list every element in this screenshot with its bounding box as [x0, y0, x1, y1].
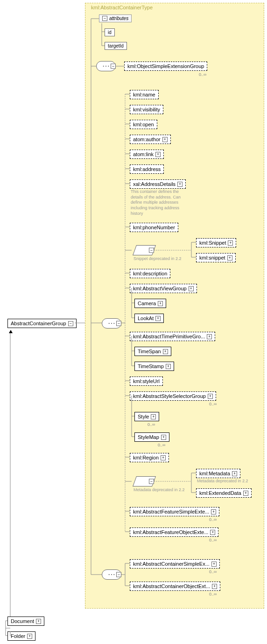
- cardinality: 0..∞: [209, 517, 217, 522]
- sequence-connector: −: [102, 569, 121, 580]
- cardinality: 0..∞: [209, 569, 217, 574]
- sequence-connector: −: [102, 318, 121, 329]
- minus-icon[interactable]: −: [68, 321, 73, 326]
- sequence-connector: −: [96, 61, 116, 71]
- minus-icon[interactable]: −: [149, 248, 154, 253]
- elem-visibility: kml:visibility: [130, 105, 163, 114]
- subst-folder: Folder+: [7, 631, 35, 641]
- plus-icon[interactable]: +: [161, 455, 166, 460]
- plus-icon[interactable]: +: [212, 584, 217, 589]
- elem-timespan: TimeSpan+: [134, 347, 171, 356]
- attributes-label: attributes: [109, 16, 128, 21]
- plus-icon[interactable]: +: [177, 182, 183, 187]
- plus-icon[interactable]: +: [27, 634, 32, 639]
- elem-abstract-style: kml:AbstractStyleSelectorGroup+: [130, 391, 216, 401]
- minus-icon[interactable]: −: [116, 321, 121, 326]
- elem-camera: Camera+: [134, 299, 166, 308]
- choice-connector: −: [133, 245, 156, 255]
- plus-icon[interactable]: +: [243, 491, 248, 496]
- type-container: [85, 3, 264, 609]
- arrow-up-icon: [9, 330, 13, 333]
- cardinality: 0..∞: [158, 443, 165, 447]
- elem-lookat: LookAt+: [134, 314, 164, 323]
- elem-atom-author: atom:author+: [130, 135, 171, 144]
- plus-icon[interactable]: +: [232, 471, 237, 476]
- plus-icon[interactable]: +: [211, 509, 216, 514]
- minus-icon[interactable]: −: [116, 572, 121, 577]
- plus-icon[interactable]: +: [189, 286, 194, 291]
- minus-icon[interactable]: −: [149, 479, 154, 484]
- elem-cont-simple: kml:AbstractContainerSimpleEx...+: [130, 559, 220, 569]
- metadata-note2: Metadata deprecated in 2.2: [197, 479, 248, 484]
- minus-icon[interactable]: −: [102, 16, 107, 21]
- elem-metadata: kml:Metadata+: [196, 469, 240, 478]
- elem-extended: kml:ExtendedData+: [196, 488, 252, 498]
- metadata-note: Metadata deprecated in 2.2: [134, 487, 185, 493]
- type-label: kml:AbstractContainerType: [91, 5, 153, 10]
- elem-timestamp: TimeStamp+: [134, 362, 174, 371]
- elem-atom-link: atom:link+: [130, 150, 164, 159]
- elem-label: kml:ObjectSimpleExtensionGroup: [127, 63, 204, 69]
- elem-abstract-time: kml:AbstractTimePrimitiveGro...+: [130, 332, 215, 341]
- xal-note: This container defines the details of th…: [131, 189, 191, 216]
- plus-icon[interactable]: +: [151, 414, 156, 419]
- plus-icon[interactable]: +: [207, 334, 212, 339]
- plus-icon[interactable]: +: [162, 137, 168, 142]
- elem-abstract-view: kml:AbstractViewGroup+: [130, 284, 197, 293]
- plus-icon[interactable]: +: [227, 255, 232, 260]
- cardinality: 0..∞: [209, 538, 217, 542]
- plus-icon[interactable]: +: [36, 619, 41, 624]
- elem-name: kml:name: [130, 90, 159, 99]
- cardinality: 0..∞: [199, 72, 206, 77]
- plus-icon[interactable]: +: [210, 530, 215, 535]
- elem-feat-object: kml:AbstractFeatureObjectExte...+: [130, 528, 218, 537]
- cardinality: 0..∞: [209, 402, 217, 406]
- elem-snippet-upper: kml:Snippet+: [196, 238, 236, 247]
- attr-id: id: [105, 28, 115, 36]
- elem-styleurl: kml:styleUrl: [130, 377, 163, 386]
- snippet-note: Snippet deprecated in 2.2: [134, 256, 182, 262]
- cardinality: 0..∞: [209, 592, 217, 596]
- subst-document: Document+: [7, 617, 44, 626]
- elem-cont-object: kml:AbstractContainerObjectExt...+: [130, 582, 220, 591]
- elem-style: Style+: [134, 412, 159, 421]
- minus-icon[interactable]: −: [111, 64, 116, 69]
- plus-icon[interactable]: +: [228, 240, 233, 246]
- plus-icon[interactable]: +: [211, 562, 217, 567]
- attributes-box: − attributes: [99, 14, 132, 22]
- elem-xal-address: xal:AddressDetails+: [130, 179, 186, 189]
- plus-icon[interactable]: +: [155, 152, 161, 157]
- elem-description: kml:description: [130, 269, 170, 278]
- elem-address: kml:address: [130, 164, 164, 174]
- elem-open: kml:open: [130, 120, 157, 129]
- plus-icon[interactable]: +: [163, 349, 168, 354]
- elem-feat-simple: kml:AbstractFeatureSimpleExte...+: [130, 507, 219, 516]
- elem-obj-ext: kml:ObjectSimpleExtensionGroup: [124, 62, 207, 71]
- root-element: AbstractContainerGroup −: [7, 319, 77, 328]
- plus-icon[interactable]: +: [155, 316, 161, 321]
- plus-icon[interactable]: +: [166, 364, 171, 369]
- elem-stylemap: StyleMap+: [134, 432, 169, 442]
- choice-connector: −: [133, 476, 156, 486]
- cardinality: 0..∞: [148, 422, 155, 427]
- plus-icon[interactable]: +: [158, 301, 163, 306]
- plus-icon[interactable]: +: [208, 394, 213, 399]
- plus-icon[interactable]: +: [161, 435, 166, 440]
- root-label: AbstractContainerGroup: [11, 321, 66, 326]
- elem-region: kml:Region+: [130, 453, 169, 462]
- elem-snippet-lower: kml:snippet+: [196, 253, 236, 262]
- elem-phone: kml:phoneNumber: [130, 223, 178, 232]
- attr-targetid: targetId: [105, 42, 127, 50]
